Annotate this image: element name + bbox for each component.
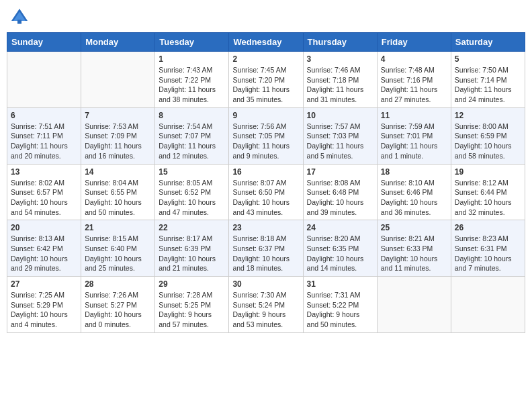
calendar-day-cell: 5Sunrise: 7:50 AMSunset: 7:14 PMDaylight…	[451, 52, 525, 108]
calendar-day-cell: 10Sunrise: 7:57 AMSunset: 7:03 PMDayligh…	[303, 107, 377, 164]
day-number: 11	[381, 111, 447, 120]
calendar-day-cell: 11Sunrise: 7:59 AMSunset: 7:01 PMDayligh…	[377, 107, 451, 164]
day-info: Sunrise: 7:30 AMSunset: 5:24 PMDaylight:…	[232, 290, 299, 330]
calendar-day-cell: 17Sunrise: 8:08 AMSunset: 6:48 PMDayligh…	[303, 164, 377, 220]
calendar-day-cell: 3Sunrise: 7:46 AMSunset: 7:18 PMDaylight…	[303, 52, 377, 108]
day-number: 4	[381, 54, 447, 64]
day-info: Sunrise: 8:05 AMSunset: 6:52 PMDaylight:…	[159, 178, 225, 218]
calendar-day-cell: 1Sunrise: 7:43 AMSunset: 7:22 PMDaylight…	[155, 52, 229, 108]
day-number: 18	[381, 167, 447, 177]
day-info: Sunrise: 7:26 AMSunset: 5:27 PMDaylight:…	[85, 290, 151, 330]
logo	[9, 7, 32, 27]
day-number: 8	[159, 111, 225, 120]
day-number: 12	[455, 111, 521, 120]
day-number: 25	[381, 223, 447, 232]
day-info: Sunrise: 7:59 AMSunset: 7:01 PMDaylight:…	[381, 122, 447, 161]
svg-rect-2	[17, 20, 21, 24]
day-number: 22	[159, 223, 225, 232]
calendar-day-cell: 13Sunrise: 8:02 AMSunset: 6:57 PMDayligh…	[7, 164, 81, 220]
calendar-table: SundayMondayTuesdayWednesdayThursdayFrid…	[7, 32, 525, 333]
day-info: Sunrise: 7:53 AMSunset: 7:09 PMDaylight:…	[85, 122, 151, 161]
calendar-day-cell: 23Sunrise: 8:18 AMSunset: 6:37 PMDayligh…	[229, 220, 303, 277]
day-info: Sunrise: 8:23 AMSunset: 6:31 PMDaylight:…	[455, 234, 521, 273]
weekday-header-monday: Monday	[81, 33, 155, 52]
calendar-day-cell: 20Sunrise: 8:13 AMSunset: 6:42 PMDayligh…	[7, 220, 81, 277]
day-info: Sunrise: 7:56 AMSunset: 7:05 PMDaylight:…	[232, 122, 299, 161]
calendar-day-cell: 29Sunrise: 7:28 AMSunset: 5:25 PMDayligh…	[155, 277, 229, 333]
day-number: 5	[455, 54, 521, 64]
day-number: 19	[455, 167, 521, 177]
day-info: Sunrise: 7:31 AMSunset: 5:22 PMDaylight:…	[307, 290, 373, 330]
calendar-day-cell: 14Sunrise: 8:04 AMSunset: 6:55 PMDayligh…	[81, 164, 155, 220]
day-number: 29	[159, 279, 225, 289]
calendar-day-cell: 18Sunrise: 8:10 AMSunset: 6:46 PMDayligh…	[377, 164, 451, 220]
day-number: 23	[232, 223, 299, 232]
day-number: 6	[11, 111, 77, 120]
day-info: Sunrise: 7:50 AMSunset: 7:14 PMDaylight:…	[455, 65, 521, 105]
weekday-header-tuesday: Tuesday	[155, 33, 229, 52]
calendar-week-row: 13Sunrise: 8:02 AMSunset: 6:57 PMDayligh…	[7, 164, 525, 220]
day-info: Sunrise: 7:46 AMSunset: 7:18 PMDaylight:…	[307, 65, 373, 105]
calendar-day-cell	[377, 277, 451, 333]
calendar-day-cell: 12Sunrise: 8:00 AMSunset: 6:59 PMDayligh…	[451, 107, 525, 164]
calendar-week-row: 1Sunrise: 7:43 AMSunset: 7:22 PMDaylight…	[7, 52, 525, 108]
calendar-day-cell: 2Sunrise: 7:45 AMSunset: 7:20 PMDaylight…	[229, 52, 303, 108]
calendar-day-cell: 26Sunrise: 8:23 AMSunset: 6:31 PMDayligh…	[451, 220, 525, 277]
calendar-day-cell: 7Sunrise: 7:53 AMSunset: 7:09 PMDaylight…	[81, 107, 155, 164]
day-number: 31	[307, 279, 373, 289]
day-number: 16	[232, 167, 299, 177]
day-info: Sunrise: 8:18 AMSunset: 6:37 PMDaylight:…	[232, 234, 299, 273]
day-info: Sunrise: 8:17 AMSunset: 6:39 PMDaylight:…	[159, 234, 225, 273]
day-number: 24	[307, 223, 373, 232]
day-info: Sunrise: 8:02 AMSunset: 6:57 PMDaylight:…	[11, 178, 77, 218]
day-number: 17	[307, 167, 373, 177]
day-number: 21	[85, 223, 151, 232]
calendar-day-cell	[7, 52, 81, 108]
day-info: Sunrise: 8:13 AMSunset: 6:42 PMDaylight:…	[11, 234, 77, 273]
day-info: Sunrise: 8:10 AMSunset: 6:46 PMDaylight:…	[381, 178, 447, 218]
day-info: Sunrise: 7:45 AMSunset: 7:20 PMDaylight:…	[232, 65, 299, 105]
calendar-header-row: SundayMondayTuesdayWednesdayThursdayFrid…	[7, 33, 525, 52]
calendar-week-row: 6Sunrise: 7:51 AMSunset: 7:11 PMDaylight…	[7, 107, 525, 164]
calendar-day-cell: 6Sunrise: 7:51 AMSunset: 7:11 PMDaylight…	[7, 107, 81, 164]
calendar-day-cell: 19Sunrise: 8:12 AMSunset: 6:44 PMDayligh…	[451, 164, 525, 220]
day-info: Sunrise: 8:15 AMSunset: 6:40 PMDaylight:…	[85, 234, 151, 273]
day-number: 3	[307, 54, 373, 64]
day-info: Sunrise: 7:54 AMSunset: 7:07 PMDaylight:…	[159, 122, 225, 161]
day-number: 20	[11, 223, 77, 232]
calendar-day-cell: 4Sunrise: 7:48 AMSunset: 7:16 PMDaylight…	[377, 52, 451, 108]
weekday-header-saturday: Saturday	[451, 33, 525, 52]
page-header	[7, 7, 525, 27]
day-number: 7	[85, 111, 151, 120]
logo-icon	[9, 7, 30, 27]
day-number: 10	[307, 111, 373, 120]
day-number: 26	[455, 223, 521, 232]
calendar-day-cell: 22Sunrise: 8:17 AMSunset: 6:39 PMDayligh…	[155, 220, 229, 277]
calendar-day-cell: 16Sunrise: 8:07 AMSunset: 6:50 PMDayligh…	[229, 164, 303, 220]
day-number: 14	[85, 167, 151, 177]
day-info: Sunrise: 8:00 AMSunset: 6:59 PMDaylight:…	[455, 122, 521, 161]
calendar-day-cell: 15Sunrise: 8:05 AMSunset: 6:52 PMDayligh…	[155, 164, 229, 220]
day-info: Sunrise: 7:25 AMSunset: 5:29 PMDaylight:…	[11, 290, 77, 330]
day-info: Sunrise: 8:08 AMSunset: 6:48 PMDaylight:…	[307, 178, 373, 218]
day-info: Sunrise: 7:28 AMSunset: 5:25 PMDaylight:…	[159, 290, 225, 330]
day-info: Sunrise: 8:20 AMSunset: 6:35 PMDaylight:…	[307, 234, 373, 273]
day-info: Sunrise: 8:21 AMSunset: 6:33 PMDaylight:…	[381, 234, 447, 273]
day-info: Sunrise: 8:04 AMSunset: 6:55 PMDaylight:…	[85, 178, 151, 218]
calendar-day-cell: 9Sunrise: 7:56 AMSunset: 7:05 PMDaylight…	[229, 107, 303, 164]
calendar-day-cell: 25Sunrise: 8:21 AMSunset: 6:33 PMDayligh…	[377, 220, 451, 277]
calendar-day-cell: 30Sunrise: 7:30 AMSunset: 5:24 PMDayligh…	[229, 277, 303, 333]
day-info: Sunrise: 8:12 AMSunset: 6:44 PMDaylight:…	[455, 178, 521, 218]
calendar-day-cell	[81, 52, 155, 108]
day-info: Sunrise: 7:43 AMSunset: 7:22 PMDaylight:…	[159, 65, 225, 105]
calendar-week-row: 20Sunrise: 8:13 AMSunset: 6:42 PMDayligh…	[7, 220, 525, 277]
calendar-day-cell: 31Sunrise: 7:31 AMSunset: 5:22 PMDayligh…	[303, 277, 377, 333]
day-number: 27	[11, 279, 77, 289]
day-info: Sunrise: 7:51 AMSunset: 7:11 PMDaylight:…	[11, 122, 77, 161]
day-info: Sunrise: 7:48 AMSunset: 7:16 PMDaylight:…	[381, 65, 447, 105]
calendar-day-cell: 21Sunrise: 8:15 AMSunset: 6:40 PMDayligh…	[81, 220, 155, 277]
day-number: 1	[159, 54, 225, 64]
weekday-header-sunday: Sunday	[7, 33, 81, 52]
day-info: Sunrise: 8:07 AMSunset: 6:50 PMDaylight:…	[232, 178, 299, 218]
day-number: 15	[159, 167, 225, 177]
